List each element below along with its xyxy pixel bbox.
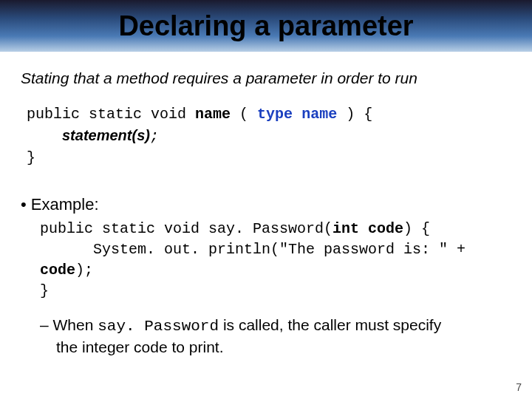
syntax-brace-open: { xyxy=(364,106,372,123)
ex1c: ) { xyxy=(403,220,430,237)
ex3b: ); xyxy=(75,262,93,279)
example-line-2: System. out. println("The password is: "… xyxy=(40,239,511,260)
ex3a: code xyxy=(40,262,75,279)
note-block: – When say. Password is called, the call… xyxy=(40,315,511,358)
note-line-2: the integer code to print. xyxy=(40,337,511,358)
syntax-type: type xyxy=(257,106,293,123)
syntax-statement: statement(s) xyxy=(62,127,150,143)
example-line-3: code); xyxy=(40,260,511,281)
syntax-sp1 xyxy=(231,106,239,123)
syntax-name1: name xyxy=(195,106,231,123)
page-number: 7 xyxy=(516,381,522,393)
ex1b: int code xyxy=(332,220,403,237)
syntax-sp4 xyxy=(337,106,346,123)
syntax-line-1: public static void name ( type name ) { xyxy=(27,103,511,125)
title-bar: Declaring a parameter xyxy=(0,0,532,52)
example-line-1: public static void say. Password(int cod… xyxy=(40,219,511,239)
content-area: Stating that a method requires a paramet… xyxy=(0,52,532,358)
syntax-prefix: public static void xyxy=(27,106,195,123)
note-p2: is called, the caller must specify xyxy=(219,316,441,333)
syntax-line-3: } xyxy=(27,147,511,168)
note-p1: When xyxy=(53,316,98,333)
syntax-paren-open: ( xyxy=(239,106,248,123)
page-title: Declaring a parameter xyxy=(118,10,413,42)
ex1a: public static void say. Password( xyxy=(40,220,332,237)
syntax-name2: name xyxy=(301,106,337,123)
note-dash: – xyxy=(40,316,53,333)
syntax-sp2 xyxy=(248,106,257,123)
syntax-semi: ; xyxy=(150,128,159,145)
syntax-line-2: statement(s); xyxy=(27,125,511,147)
syntax-sp5 xyxy=(355,106,364,123)
note-line-1: – When say. Password is called, the call… xyxy=(40,315,511,337)
example-block: public static void say. Password(int cod… xyxy=(40,219,511,301)
subtitle: Stating that a method requires a paramet… xyxy=(21,69,511,87)
syntax-block: public static void name ( type name ) { … xyxy=(27,103,511,168)
example-label: • Example: xyxy=(21,195,511,214)
note-mono: say. Password xyxy=(98,318,219,335)
syntax-paren-close: ) xyxy=(346,106,355,123)
example-line-4: } xyxy=(40,281,511,301)
syntax-sp3 xyxy=(293,106,301,123)
